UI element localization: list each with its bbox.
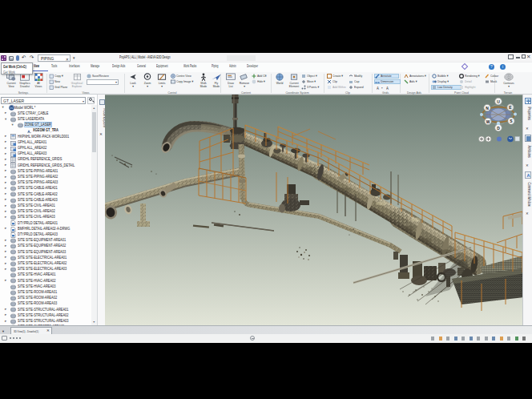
svg-text:D: D xyxy=(497,126,500,131)
svg-text:N: N xyxy=(486,106,489,111)
svg-text:W: W xyxy=(486,119,490,124)
svg-text:U: U xyxy=(497,99,500,104)
